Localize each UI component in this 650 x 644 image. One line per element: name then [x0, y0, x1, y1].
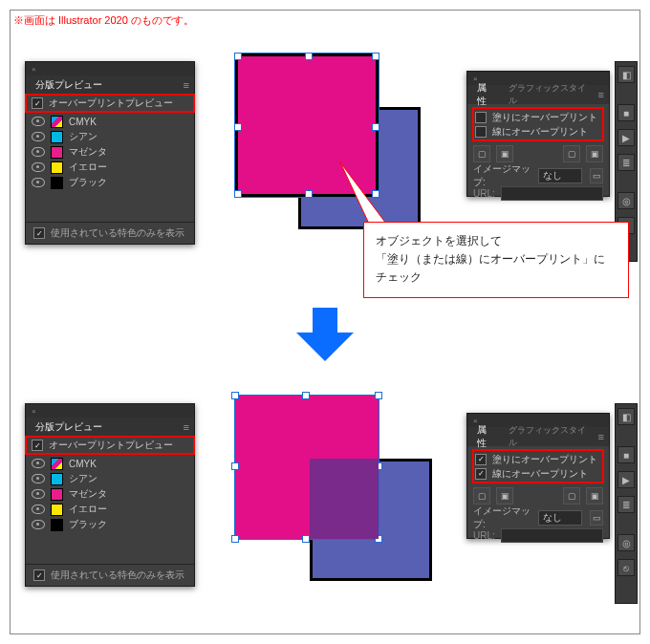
- dock-button[interactable]: ■: [618, 446, 635, 463]
- dock-button[interactable]: ▶: [618, 471, 635, 488]
- selection-handle[interactable]: [372, 53, 379, 60]
- checkbox-icon: [475, 126, 487, 138]
- dock-button[interactable]: ◎: [618, 534, 635, 551]
- channel-row[interactable]: マゼンタ: [26, 144, 194, 160]
- callout-line: 「塗り（または線）にオーバープリント」に: [376, 250, 617, 268]
- overprint-fill-toggle[interactable]: ✓塗りにオーバープリント: [475, 452, 601, 466]
- instruction-callout: オブジェクトを選択して 「塗り（または線）にオーバープリント」に チェック: [363, 222, 629, 298]
- selection-handle[interactable]: [305, 53, 313, 60]
- swatch-icon: [51, 161, 63, 174]
- dock-button[interactable]: ≣: [618, 496, 635, 513]
- selection-handle[interactable]: [302, 535, 310, 543]
- channel-row[interactable]: CMYK: [26, 114, 194, 129]
- panel-menu-icon[interactable]: ≡: [184, 421, 188, 433]
- attributes-panel[interactable]: × 属性 グラフィックスタイル ≡ ✓塗りにオーバープリント ✓線にオーバープリ…: [466, 413, 610, 539]
- selection-handle[interactable]: [231, 392, 239, 399]
- eye-icon[interactable]: [32, 504, 45, 514]
- tab-graphic-styles[interactable]: グラフィックスタイル: [505, 80, 593, 109]
- tab-attributes[interactable]: 属性: [473, 79, 499, 110]
- channel-row[interactable]: イエロー: [26, 502, 194, 517]
- channel-list: CMYK シアン マゼンタ イエロー ブラック: [26, 112, 194, 192]
- close-icon[interactable]: ×: [32, 65, 36, 74]
- swatch-icon: [51, 519, 63, 531]
- overprint-stroke-toggle[interactable]: ✓線にオーバープリント: [475, 466, 601, 481]
- url-field[interactable]: [501, 528, 603, 543]
- image-map-select[interactable]: なし: [538, 168, 582, 183]
- show-used-spot-only[interactable]: ✓ 使用されている特色のみを表示: [26, 564, 194, 586]
- rule-nonzero-icon[interactable]: ▢: [473, 487, 490, 504]
- tab-separations-preview[interactable]: 分版プレビュー: [32, 76, 106, 94]
- browser-icon[interactable]: ▭: [590, 168, 603, 183]
- channel-row[interactable]: ブラック: [26, 175, 194, 190]
- channel-row[interactable]: シアン: [26, 129, 194, 144]
- url-field[interactable]: [501, 186, 603, 201]
- tab-attributes[interactable]: 属性: [473, 421, 499, 452]
- swatch-icon: [51, 177, 63, 189]
- dock-button[interactable]: ▶: [618, 129, 635, 146]
- channel-row[interactable]: マゼンタ: [26, 486, 194, 502]
- panel-menu-icon[interactable]: ≡: [184, 79, 188, 91]
- eye-icon[interactable]: [32, 147, 45, 157]
- separations-preview-panel[interactable]: × 分版プレビュー ≡ ✓ オーバープリントプレビュー CMYK シアン マゼン…: [25, 61, 195, 245]
- panel-drag-bar[interactable]: ×: [26, 62, 194, 75]
- rule-evenodd-icon[interactable]: ▣: [496, 145, 513, 162]
- selection-handle[interactable]: [234, 123, 242, 131]
- show-used-spot-label: 使用されている特色のみを表示: [51, 226, 184, 240]
- channel-row[interactable]: イエロー: [26, 160, 194, 175]
- overlap-region: [310, 459, 379, 539]
- checkbox-icon: ✓: [32, 97, 43, 109]
- eye-icon[interactable]: [32, 474, 45, 483]
- separations-preview-panel[interactable]: × 分版プレビュー ≡ ✓ オーバープリントプレビュー CMYK シアン マゼン…: [25, 403, 195, 587]
- eye-icon[interactable]: [32, 132, 45, 141]
- eye-icon[interactable]: [32, 162, 45, 172]
- show-center-icon[interactable]: ▢: [563, 145, 580, 162]
- eye-icon[interactable]: [32, 117, 45, 126]
- selection-handle[interactable]: [302, 392, 310, 399]
- channel-row[interactable]: ブラック: [26, 517, 194, 532]
- tab-graphic-styles[interactable]: グラフィックスタイル: [505, 422, 593, 451]
- dock-button[interactable]: ◧: [618, 408, 635, 425]
- panel-menu-icon[interactable]: ≡: [598, 431, 603, 442]
- dock-button[interactable]: ◧: [618, 66, 635, 83]
- overprint-preview-toggle[interactable]: ✓ オーバープリントプレビュー: [26, 95, 194, 112]
- attributes-panel[interactable]: × 属性 グラフィックスタイル ≡ 塗りにオーバープリント 線にオーバープリント…: [466, 71, 610, 197]
- selection-handle[interactable]: [234, 53, 242, 60]
- eye-icon[interactable]: [32, 520, 45, 529]
- image-map-select[interactable]: なし: [538, 510, 582, 526]
- url-row: URL:: [473, 184, 603, 202]
- eye-icon[interactable]: [32, 489, 45, 499]
- panel-drag-bar[interactable]: ×: [26, 404, 194, 418]
- selection-handle[interactable]: [305, 190, 313, 198]
- channel-row[interactable]: シアン: [26, 471, 194, 486]
- selection-handle[interactable]: [231, 462, 239, 470]
- image-map-row: イメージマップ: なし ▭: [473, 509, 603, 526]
- dock-button[interactable]: ≣: [618, 154, 635, 171]
- checkbox-icon: ✓: [475, 468, 487, 480]
- rule-nonzero-icon[interactable]: ▢: [473, 145, 490, 162]
- attr-icon-row: ▢ ▣ ▢ ▣: [473, 486, 603, 505]
- eye-icon[interactable]: [32, 178, 45, 187]
- selection-handle[interactable]: [372, 123, 379, 131]
- dock-button[interactable]: ◎: [618, 192, 635, 209]
- selection-handle[interactable]: [234, 190, 242, 198]
- overprint-fill-toggle[interactable]: 塗りにオーバープリント: [475, 110, 601, 124]
- show-center-icon[interactable]: ▢: [563, 487, 580, 504]
- hide-center-icon[interactable]: ▣: [586, 145, 603, 162]
- overprint-stroke-toggle[interactable]: 線にオーバープリント: [475, 124, 601, 139]
- dock-button[interactable]: ■: [618, 104, 635, 121]
- selection-handle[interactable]: [231, 535, 239, 543]
- eye-icon[interactable]: [32, 459, 45, 468]
- selection-handle[interactable]: [375, 392, 382, 399]
- show-used-spot-only[interactable]: ✓ 使用されている特色のみを表示: [26, 222, 194, 244]
- hide-center-icon[interactable]: ▣: [586, 487, 603, 504]
- image-map-row: イメージマップ: なし ▭: [473, 167, 603, 184]
- rule-evenodd-icon[interactable]: ▣: [496, 487, 513, 504]
- tab-separations-preview[interactable]: 分版プレビュー: [32, 419, 106, 436]
- attr-icon-row: ▢ ▣ ▢ ▣: [473, 144, 603, 163]
- browser-icon[interactable]: ▭: [590, 510, 603, 526]
- channel-row[interactable]: CMYK: [26, 456, 194, 471]
- panel-menu-icon[interactable]: ≡: [598, 89, 603, 100]
- overprint-preview-toggle[interactable]: ✓ オーバープリントプレビュー: [26, 437, 194, 454]
- dock-button[interactable]: ⎋: [618, 559, 635, 576]
- close-icon[interactable]: ×: [32, 407, 36, 416]
